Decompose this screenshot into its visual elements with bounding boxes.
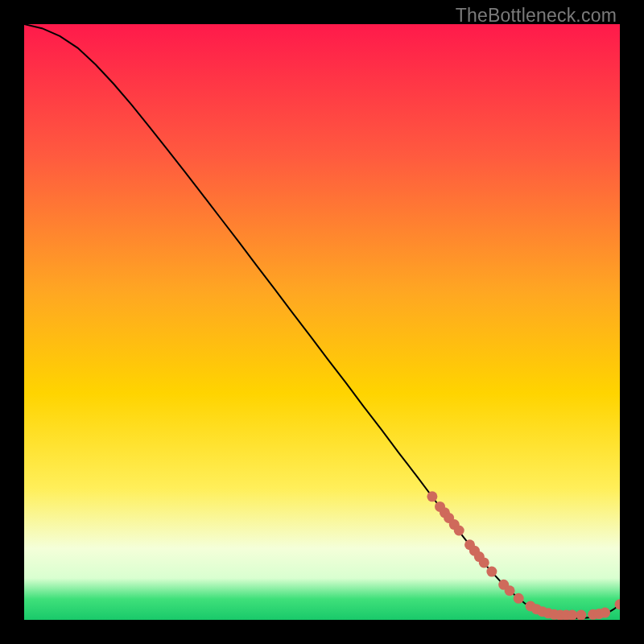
plot-area [24,24,620,620]
data-point [486,567,497,577]
data-point [600,608,610,618]
chart-svg [24,24,620,620]
watermark-text: TheBottleneck.com [456,5,617,27]
data-point [567,610,577,620]
data-point [479,557,489,568]
data-point [514,593,524,604]
data-point [454,526,464,536]
data-point [427,491,437,502]
chart-stage: TheBottleneck.com [0,0,644,644]
gradient-background [24,24,620,620]
data-point [505,585,515,596]
data-point [576,610,586,620]
